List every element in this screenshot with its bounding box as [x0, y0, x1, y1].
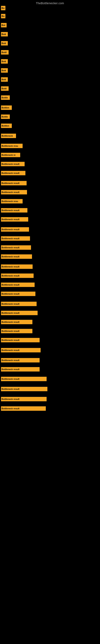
bar-row: Bottleneck result [1, 366, 40, 372]
bar-row: Bottleneck result [1, 282, 35, 288]
bar-row: Bottleneck result [1, 396, 47, 402]
bar-label: Bott [1, 68, 8, 73]
bar-row: Bottleneck [1, 133, 16, 139]
bar-row: Bottleneck result [1, 328, 32, 334]
bar-row: Bottleneck result [1, 376, 47, 382]
bar-row: Bott [1, 68, 8, 74]
bar-label: Bo [1, 6, 5, 10]
bar-label: Bottleneck result [1, 358, 40, 362]
bar-label: Bottleneck result [1, 208, 27, 212]
bar-row: Bottleneck result [1, 319, 32, 325]
bar-row: Bottleneck result [1, 406, 46, 412]
bar-label: Bottleneck result [1, 217, 28, 222]
bar-row: Bottleneck result [1, 207, 27, 213]
bar-label: Bottleneck [1, 134, 16, 138]
bar-label: Bottleneck result [1, 227, 29, 232]
bar-label: Bottleneck result [1, 236, 30, 241]
bar-row: Bottleneck result [1, 236, 30, 242]
bar-row: Bottleneck result [1, 273, 34, 279]
bar-row: Bottleneck result [1, 310, 38, 316]
bar-label: Bottleneck re [1, 153, 20, 157]
bar-label: Bottleneck result [1, 181, 27, 185]
bar-label: Bottl [1, 86, 9, 91]
bar-row: Bot [1, 22, 7, 28]
bar-label: Bottleneck resu [1, 144, 23, 148]
bar-row: Bottlen [1, 123, 12, 129]
bar-row: Bottleneck result [1, 301, 37, 307]
bar-label: Bottleneck result [1, 190, 27, 194]
bar-row: Bo [1, 13, 5, 19]
bar-row: Bottleneck result [1, 170, 25, 176]
bar-label: Bottl [1, 50, 9, 54]
bar-label: Bottleneck result [1, 320, 32, 324]
bar-row: Bottleneck result [1, 161, 25, 167]
bar-row: Bott [1, 31, 8, 37]
bar-label: Bottleneck result [1, 292, 35, 296]
bar-row: Bottleneck result [1, 180, 27, 186]
bar-label: Bottleneck result [1, 377, 47, 381]
site-title: TheBottlenecker.com [0, 0, 100, 6]
bar-label: Bottleneck result [1, 311, 38, 315]
bar-row: Bo [1, 5, 5, 11]
bar-row: Bottl [1, 86, 9, 92]
bar-label: Bottle [1, 96, 10, 100]
bar-row: Bottl [1, 49, 9, 55]
bar-row: Bottleneck resu [1, 198, 23, 204]
bar-row: Bottleneck result [1, 216, 28, 222]
bar-label: Bott [1, 59, 8, 64]
bar-label: Bottleneck result [1, 302, 37, 306]
bar-row: Bottleneck result [1, 189, 27, 195]
bar-label: Bott [1, 41, 8, 46]
bar-label: Bottleneck result [1, 367, 40, 372]
bar-row: Bottlen [1, 105, 12, 111]
bar-label: Bottleneck result [1, 406, 46, 411]
bar-row: Bottleneck result [1, 291, 35, 297]
bar-row: Bottle [1, 94, 10, 100]
bar-row: Bottleneck result [1, 244, 31, 250]
bar-label: Bottleneck result [1, 264, 33, 269]
bar-label: Bottleneck result [1, 338, 40, 342]
bar-label: Bott [1, 32, 8, 36]
bar-row: Bottleneck result [1, 337, 40, 343]
bar-row: Bott [1, 58, 8, 64]
bar-row: Bottleneck result [1, 386, 48, 392]
bar-label: Bot [1, 23, 7, 27]
bar-label: Bottleneck resu [1, 199, 23, 204]
bar-label: Bottleneck result [1, 171, 25, 175]
bar-row: Bottleneck result [1, 264, 33, 270]
bar-label: Bottleneck result [1, 282, 35, 287]
bar-label: Bottlen [1, 124, 12, 128]
bar-row: Bottleneck result [1, 226, 29, 232]
bar-row: Bottleneck result [1, 347, 41, 353]
bar-label: Bottleneck result [1, 254, 32, 259]
bar-label: Bottleneck result [1, 162, 25, 166]
bar-label: Bottleneck result [1, 245, 31, 250]
bar-label: Bottleneck result [1, 329, 32, 333]
bar-row: Bottle [1, 114, 10, 120]
bar-row: Bottleneck result [1, 254, 32, 260]
bar-row: Bottleneck result [1, 357, 40, 363]
bar-row: Bott [1, 76, 8, 82]
bar-label: Bottleneck result [1, 348, 41, 352]
bar-label: Bottlen [1, 106, 12, 110]
bar-label: Bo [1, 14, 5, 18]
bar-label: Bottleneck result [1, 274, 34, 278]
bar-label: Bott [1, 77, 8, 82]
bar-row: Bott [1, 40, 8, 46]
bar-row: Bottleneck re [1, 152, 20, 158]
bar-label: Bottle [1, 114, 10, 119]
bar-row: Bottleneck resu [1, 143, 23, 149]
bar-label: Bottleneck result [1, 397, 47, 401]
bar-label: Bottleneck result [1, 387, 48, 391]
